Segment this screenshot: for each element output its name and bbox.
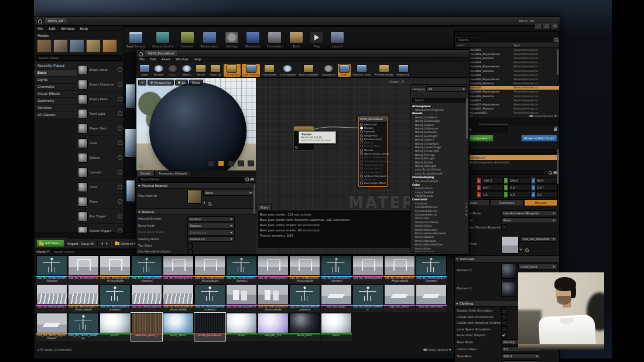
material-toolbar-button[interactable]: Platform Stats (352, 64, 372, 77)
pin-dot-icon[interactable] (360, 182, 363, 185)
material-editor-tab[interactable]: M209_BlackWood (145, 50, 178, 56)
component-row-selected[interactable]: Plane006(Instance) (455, 155, 559, 160)
palette-item[interactable]: Atmosphere (411, 104, 468, 108)
material-checkbox[interactable] (187, 249, 193, 254)
plane-shape-icon[interactable] (228, 160, 234, 166)
modes-category-tab[interactable]: Visual Effects (35, 91, 77, 98)
palette-item[interactable]: Lerp_ScratchGrime2 (411, 172, 468, 175)
asset-tile[interactable]: oda_fbx_Rectangle018_Skeleton (194, 284, 225, 312)
clothing-checkbox[interactable] (501, 333, 506, 338)
menu-item[interactable]: Window (176, 57, 189, 61)
view-options-button[interactable]: View Options (423, 348, 451, 351)
palette-item[interactable]: ParticleDirection (411, 228, 468, 231)
modes-category-tab[interactable]: Cinematic (35, 84, 77, 91)
material-toolbar-button[interactable]: Live Update (279, 64, 296, 77)
material-toolbar-button[interactable]: Stats (338, 64, 351, 77)
location-x-field[interactable]: -190.0 (481, 177, 503, 184)
palette-item[interactable]: Constant3Vector 3 (411, 209, 468, 213)
scale-z-field[interactable]: 1.0 (536, 192, 558, 198)
lock-icon[interactable] (554, 128, 557, 131)
browse-to-asset-icon[interactable] (525, 248, 529, 252)
import-button[interactable]: Import (67, 242, 78, 245)
rotation-y-field[interactable]: 0.0 ° (508, 185, 530, 191)
asset-tile[interactable]: oda_fbx_Rectangle011_PhysicsAsset (194, 255, 225, 284)
geometry-mode-icon[interactable] (102, 39, 117, 53)
drag-handle-icon[interactable] (118, 185, 122, 189)
material-toolbar-button[interactable]: Connectors (224, 64, 241, 77)
asset-tile[interactable]: oda_fbx_Rectangle019_PhysicsAsset (258, 284, 289, 312)
material-toolbar-button[interactable]: Home (194, 64, 207, 77)
palette-item[interactable]: DeltaTime (411, 217, 468, 220)
material-toolbar-button[interactable]: Preview Nodes (374, 64, 395, 77)
asset-tile[interactable]: zemin (321, 313, 352, 341)
show-button[interactable]: Show (189, 80, 203, 86)
pin-dot-icon[interactable] (360, 127, 363, 129)
drag-handle-icon[interactable] (118, 141, 122, 145)
physical-material-header[interactable]: Physical Material (136, 182, 256, 189)
palette-item[interactable]: Blend_LinearDodge (411, 145, 468, 149)
outliner-row[interactable]: oda_fbx_Plane007_Skeleton SkeletalMeshAc… (455, 107, 559, 111)
asset-tile[interactable]: oda_fbx_Rectangle010_Skeleton (131, 255, 162, 284)
phys-material-dropdown[interactable]: None (203, 190, 254, 196)
toolbar-button[interactable]: Save Current (126, 32, 146, 48)
pin-dot-icon[interactable] (360, 123, 363, 126)
drag-handle-icon[interactable] (118, 214, 122, 218)
palette-item[interactable]: MF_Chromakeyer (411, 179, 468, 183)
asset-tile[interactable]: oda_fbx_Rectangle012_Skeleton (321, 255, 352, 284)
perspective-button[interactable]: Perspective (148, 80, 174, 86)
placeable-item[interactable]: Cube (77, 136, 124, 151)
pin-dot-icon[interactable] (360, 175, 363, 177)
drag-handle-icon[interactable] (118, 97, 122, 101)
outliner-column-headers[interactable]: Label Type (455, 43, 559, 48)
palette-item[interactable]: Constant 1 (411, 202, 468, 205)
material-toolbar-button[interactable]: Save (138, 64, 151, 77)
asset-tile[interactable]: plastic (100, 313, 131, 341)
pin-dot-icon[interactable] (360, 171, 363, 174)
outliner-row[interactable]: oda_fbx_Plane004_PhysicsAsset SkeletalMe… (455, 65, 559, 69)
palette-item[interactable]: Desaturation (411, 187, 468, 190)
material-toolbar-button[interactable]: Live Preview (242, 64, 260, 77)
clothing-checkbox[interactable] (501, 320, 506, 326)
toolbar-button[interactable]: Content (180, 32, 194, 48)
outliner-row[interactable]: oda_fbx_Plane007 SkeletalMeshActor (455, 98, 559, 103)
material-toolbar-button[interactable]: Apply (166, 64, 179, 77)
modes-category-tab[interactable]: Lights (35, 77, 77, 84)
asset-tile[interactable]: oda_fbx_Rectangle013 (352, 255, 383, 284)
asset-tile[interactable]: oda_fbx_zemin_PhysicsAsset (36, 313, 67, 341)
asset-tile[interactable]: wood_black (289, 313, 320, 341)
asset-tile[interactable]: oda_fbx_Rectangle011 (163, 255, 194, 284)
paint-mode-icon[interactable] (53, 39, 68, 53)
placeable-item[interactable]: Empty Actor (77, 63, 124, 77)
asset-tile[interactable]: M209_BlackWood (194, 313, 225, 341)
back-arrow-icon[interactable] (101, 243, 103, 245)
palette-item[interactable]: Blend_Screen (411, 160, 468, 164)
palette-item[interactable]: sRGBToLinear (411, 194, 468, 197)
drag-handle-icon[interactable] (118, 155, 122, 160)
material-toolbar-button[interactable]: Substance (321, 64, 337, 77)
level-tab[interactable]: MESS_VR (44, 18, 67, 23)
forward-arrow-icon[interactable] (106, 243, 108, 245)
material-toolbar-button[interactable]: Hierarchy (396, 64, 410, 77)
palette-item[interactable]: Lerp_ScratchGrime (411, 168, 468, 172)
modes-category-tab[interactable]: All Classes (35, 112, 77, 119)
outliner-row[interactable]: oda_fbx_Plane003_PhysicsAsset SkeletalMe… (455, 52, 559, 56)
add-new-button[interactable]: Add New (36, 240, 64, 247)
menu-item[interactable]: Asset (162, 57, 170, 61)
outliner-row[interactable]: oda_fbx_Plane005_Skeleton SkeletalMeshAc… (455, 82, 559, 86)
post-process-checkbox[interactable] (501, 224, 506, 230)
clothing-value-field[interactable]: 0.1 (501, 360, 540, 362)
landscape-mode-icon[interactable] (70, 39, 84, 53)
main-titlebar[interactable]: MESS_VR MESS_VR –□✕ (35, 17, 560, 26)
toolbar-button[interactable]: Build (289, 32, 303, 48)
asset-tile[interactable]: oda_fbx_Rectangle010 (68, 255, 99, 284)
asset-tile[interactable]: oda_fbx_tavan (321, 284, 352, 312)
outliner-row[interactable]: oda_fbx_Plane004_Skeleton SkeletalMeshAc… (455, 69, 559, 73)
scale-x-field[interactable]: 1.0 (481, 192, 503, 198)
pin-dot-icon[interactable] (360, 156, 363, 159)
palette-item[interactable]: Blend_ColorBurn (411, 115, 468, 119)
placeable-item[interactable]: Player Start (77, 121, 124, 136)
place-mode-icon[interactable] (37, 39, 52, 53)
menu-item[interactable]: File (37, 26, 43, 30)
modes-category-tab[interactable]: Basic (35, 70, 77, 77)
material-checkbox[interactable] (187, 243, 193, 248)
